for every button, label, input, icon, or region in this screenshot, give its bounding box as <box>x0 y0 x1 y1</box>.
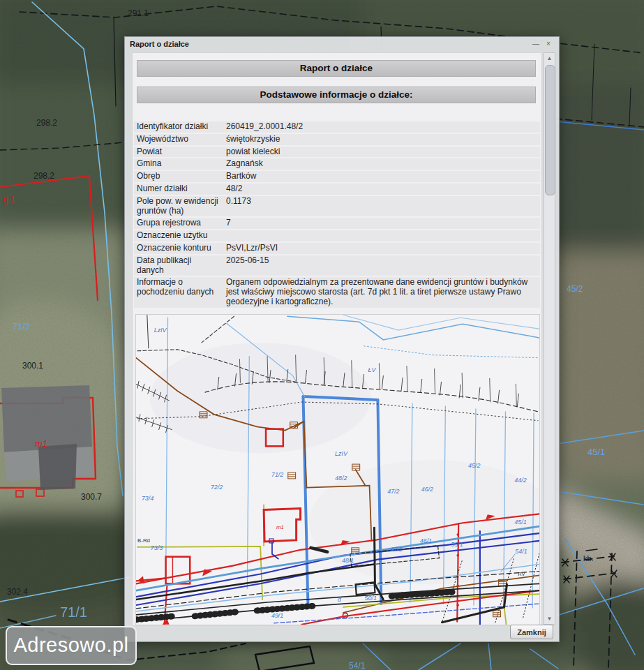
row-value <box>223 230 540 241</box>
row-value: świętokrzyskie <box>223 134 540 145</box>
table-row: GminaZagnańsk <box>134 158 540 170</box>
map-label: 50/1 <box>365 595 377 602</box>
table-row: Identyfikator działki260419_2.0001.48/2 <box>134 121 540 133</box>
map-label: 73/3 <box>151 544 163 551</box>
row-label: Grupa rejestrowa <box>134 218 223 229</box>
report-header: Raport o działce <box>137 60 536 77</box>
table-row: Grupa rejestrowa7 <box>134 218 540 229</box>
map-label: m1 <box>276 524 284 530</box>
row-label: Numer działki <box>134 184 223 195</box>
bg-label: m1 <box>35 438 47 449</box>
scrollbar-thumb[interactable] <box>545 65 555 195</box>
map-label: 54/1 <box>515 548 527 555</box>
row-value: 48/2 <box>223 184 540 195</box>
row-label: Gmina <box>134 158 223 170</box>
bg-label: 302.4 <box>7 587 28 597</box>
map-label: 46/1 <box>420 537 432 544</box>
table-row: Województwoświętokrzyskie <box>134 134 540 145</box>
bg-label: 291.1 <box>128 8 149 18</box>
row-label: Identyfikator działki <box>134 121 223 133</box>
table-row: Powiatpowiat kielecki <box>134 147 540 158</box>
map-label: LzIV <box>154 327 167 334</box>
adresowo-watermark: Adresowo.pl <box>6 626 137 665</box>
row-label: Obręb <box>134 171 223 182</box>
bg-label: 45/2 <box>567 284 583 294</box>
scroll-up-icon[interactable]: ▲ <box>544 53 555 64</box>
map-label: 71/2 <box>271 471 283 478</box>
table-row: ObrębBartków <box>134 171 540 182</box>
bg-label: 71/2 <box>13 321 30 332</box>
row-value: powiat kielecki <box>223 147 540 158</box>
minimize-icon[interactable]: — <box>531 40 541 49</box>
row-label: Oznaczenie konturu <box>134 243 223 254</box>
bg-label: 300.1 <box>22 361 43 371</box>
row-value: 2025-06-15 <box>223 255 540 276</box>
row-value: 260419_2.0001.48/2 <box>223 121 540 133</box>
row-value: Bartków <box>223 171 540 182</box>
table-row: Informacje o pochodzeniu danychOrganem o… <box>134 277 540 307</box>
map-label: ŁV <box>368 366 377 373</box>
map-label: 48/1 <box>342 557 354 564</box>
row-value: Zagnańsk <box>223 158 540 170</box>
map-label: B-Rd <box>137 537 150 544</box>
table-row: Oznaczenie konturuPsVI,Lzr/PsVI <box>134 243 540 254</box>
report-dialog: Raport o działce — × Raport o działce Po… <box>124 36 560 642</box>
bg-label: 298.2 <box>36 118 57 128</box>
row-label: Informacje o pochodzeniu danych <box>134 277 223 307</box>
map-label: 46/2 <box>421 486 433 493</box>
bg-label: 298.2 <box>33 171 54 181</box>
map-label: 47/1 <box>390 546 402 553</box>
row-label: Pole pow. w ewidencji gruntów (ha) <box>134 196 223 217</box>
map-label: 45/2 <box>468 462 480 469</box>
row-label: Oznaczenie użytku <box>134 230 223 241</box>
row-value: Organem odpowiedzialnym za prezentowane … <box>223 277 540 307</box>
map-label: 48/2 <box>335 475 347 482</box>
bg-label: g 1 <box>3 195 15 204</box>
dialog-titlebar[interactable]: Raport o działce — × <box>125 37 559 52</box>
row-value: PsVI,Lzr/PsVI <box>223 243 540 254</box>
row-label: Data publikacji danych <box>134 255 223 276</box>
cadastral-map[interactable]: LzIV ŁV 73/4 72/2 71/2 LzIV 48/2 47/2 46… <box>135 314 540 625</box>
table-row: Data publikacji danych2025-06-15 <box>134 255 540 276</box>
table-row: Numer działki48/2 <box>134 184 540 195</box>
table-row: Oznaczenie użytku <box>134 230 540 241</box>
dialog-content: Raport o działce Podstawowe informacje o… <box>132 52 542 626</box>
map-label: RV <box>518 571 525 577</box>
bg-label: 71/1 <box>60 604 87 620</box>
dialog-scrollbar[interactable]: ▲ ▼ <box>544 52 555 625</box>
section-header: Podstawowe informacje o działce: <box>137 87 536 103</box>
screen: 291.1 298.2 298.2 g 1 71/2 300.1 m1 300.… <box>0 0 644 670</box>
bg-label: 300.7 <box>81 492 102 502</box>
dialog-title: Raport o działce <box>130 40 189 48</box>
parcel-info-table: Identyfikator działki260419_2.0001.48/2 … <box>134 120 540 309</box>
bg-label: kb. <box>583 554 594 563</box>
map-label: 49/1 <box>271 612 283 619</box>
map-label: 72/2 <box>211 484 223 491</box>
map-label: 47/2 <box>387 488 399 495</box>
map-label: 55/1 <box>451 541 463 548</box>
map-label: LzIV <box>335 450 348 457</box>
bg-label: 54/1 <box>349 661 366 670</box>
close-report-button[interactable]: Zamknij <box>510 625 553 639</box>
row-label: Województwo <box>134 134 223 145</box>
map-label: 44/2 <box>514 477 526 484</box>
bg-label: 45/1 <box>587 447 605 457</box>
table-row: Pole pow. w ewidencji gruntów (ha)0.1173 <box>134 196 540 217</box>
map-label: 45/1 <box>514 519 526 526</box>
row-value: 7 <box>223 218 540 229</box>
close-icon[interactable]: × <box>544 40 553 49</box>
scroll-down-icon[interactable]: ▼ <box>544 613 555 624</box>
row-value: 0.1173 <box>223 196 540 217</box>
row-label: Powiat <box>134 147 223 158</box>
map-label: 73/4 <box>142 495 153 502</box>
